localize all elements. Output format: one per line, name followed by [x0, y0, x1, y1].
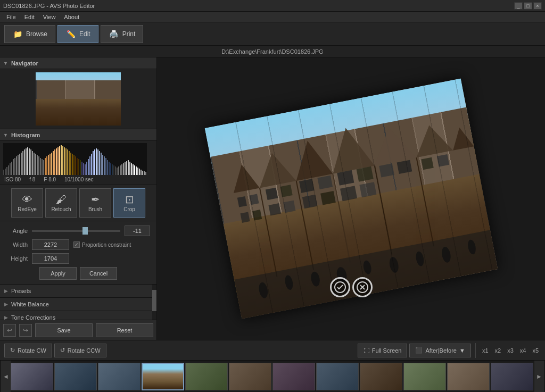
rotate-cw-button[interactable]: ↻ Rotate CW	[4, 344, 52, 357]
maximize-button[interactable]: □	[524, 2, 532, 10]
svg-rect-1	[5, 169, 6, 175]
minimize-button[interactable]: _	[514, 2, 523, 10]
white-balance-section: ▶ White Balance	[0, 298, 156, 311]
bottom-toolbar: ↻ Rotate CW ↺ Rotate CCW ⛶ Full Screen ⬛…	[0, 340, 545, 360]
presets-header[interactable]: ▶ Presets	[0, 285, 156, 297]
height-input[interactable]	[32, 253, 69, 264]
crop-icon: ⊡	[125, 194, 134, 205]
zoom-x3-btn[interactable]: x3	[505, 346, 516, 355]
svg-line-117	[260, 188, 277, 277]
film-thumb-9[interactable]	[360, 363, 402, 390]
print-button[interactable]: 🖨️ Print	[101, 25, 144, 43]
filmstrip-thumbs	[11, 362, 534, 391]
menu-view[interactable]: View	[39, 13, 60, 21]
zoom-separator	[475, 343, 476, 358]
svg-rect-51	[85, 164, 86, 175]
svg-rect-4	[10, 163, 11, 175]
svg-rect-86	[141, 170, 142, 175]
height-label: Height	[6, 255, 28, 262]
navigator-header[interactable]: ▼ Navigator	[0, 57, 156, 69]
apply-cancel-row: Apply Cancel	[6, 267, 150, 280]
film-thumb-3[interactable]	[98, 363, 141, 390]
menu-edit[interactable]: Edit	[20, 13, 39, 21]
proportion-constraint[interactable]: ✓ Proportion constraint	[73, 241, 131, 248]
rotate-ccw-button[interactable]: ↺ Rotate CCW	[54, 344, 106, 357]
apply-button[interactable]: Apply	[39, 267, 77, 280]
film-thumb-11[interactable]	[447, 363, 490, 390]
retouch-tool[interactable]: 🖌 Retouch	[45, 188, 77, 218]
fullscreen-icon: ⛶	[364, 347, 369, 354]
film-thumb-8[interactable]	[316, 363, 359, 390]
crop-tool[interactable]: ⊡ Crop	[113, 188, 145, 218]
proportion-checkbox[interactable]: ✓	[73, 241, 80, 248]
zoom-x2-btn[interactable]: x2	[493, 346, 503, 355]
navigator-thumbnail[interactable]	[36, 72, 121, 126]
browse-button[interactable]: 📁 Browse	[4, 25, 55, 43]
svg-rect-54	[89, 156, 90, 175]
fullscreen-button[interactable]: ⛶ Full Screen	[358, 344, 408, 357]
svg-rect-71	[117, 168, 118, 175]
film-thumb-10[interactable]	[403, 363, 446, 390]
scroll-thumb[interactable]	[152, 290, 156, 311]
edit-button[interactable]: ✏️ Edit	[57, 25, 98, 43]
confirm-cancel-button[interactable]	[352, 277, 373, 297]
svg-rect-25	[43, 160, 44, 175]
svg-rect-52	[86, 162, 87, 175]
zoom-x5-btn[interactable]: x5	[530, 346, 541, 355]
rotate-ccw-icon: ↺	[60, 347, 65, 354]
svg-rect-9	[18, 155, 19, 175]
width-input[interactable]	[32, 239, 69, 250]
svg-point-128	[388, 256, 399, 274]
svg-rect-108	[436, 154, 449, 166]
svg-rect-12	[22, 151, 23, 175]
brush-tool[interactable]: ✒ Brush	[79, 188, 111, 218]
aperture-value: f 8	[29, 177, 35, 182]
angle-slider[interactable]	[32, 230, 120, 232]
svg-rect-35	[59, 146, 60, 175]
svg-rect-72	[118, 166, 119, 175]
film-thumb-6[interactable]	[229, 363, 271, 390]
svg-rect-32	[54, 149, 55, 175]
svg-rect-85	[139, 169, 140, 175]
after-before-button[interactable]: ⬛ After|Before ▼	[409, 344, 470, 357]
svg-rect-47	[78, 159, 79, 175]
film-thumb-2[interactable]	[54, 363, 97, 390]
svg-rect-34	[57, 147, 59, 175]
svg-rect-81	[133, 164, 134, 175]
svg-rect-97	[237, 196, 246, 207]
svg-rect-14	[26, 148, 27, 175]
svg-rect-21	[37, 155, 38, 175]
svg-rect-19	[34, 153, 35, 175]
tone-corrections-header[interactable]: ▶ Tone Corrections	[0, 311, 156, 320]
film-thumb-7[interactable]	[272, 363, 315, 390]
presets-section: ▶ Presets	[0, 285, 156, 298]
svg-rect-62	[102, 155, 103, 175]
film-thumb-5[interactable]	[185, 363, 228, 390]
confirm-ok-button[interactable]	[330, 277, 350, 297]
film-thumb-12[interactable]	[491, 363, 533, 390]
zoom-x1-btn[interactable]: x1	[480, 346, 491, 355]
svg-rect-74	[121, 164, 122, 175]
histogram-header[interactable]: ▼ Histogram	[0, 129, 156, 141]
cancel-button[interactable]: Cancel	[80, 267, 117, 280]
film-thumb-4[interactable]	[142, 363, 184, 390]
redeye-tool[interactable]: 👁 RedEye	[11, 188, 43, 218]
save-button[interactable]: Save	[35, 323, 93, 337]
menu-about[interactable]: About	[60, 13, 84, 21]
filmstrip-prev[interactable]: ◄	[1, 361, 11, 393]
close-button[interactable]: ×	[533, 2, 542, 10]
shutter-value: 10/1000 sec	[64, 177, 94, 182]
filmstrip-next[interactable]: ►	[534, 361, 544, 393]
film-thumb-1[interactable]	[11, 363, 53, 390]
reset-button[interactable]: Reset	[96, 323, 153, 337]
undo-button[interactable]: ↩	[3, 324, 16, 337]
redo-button[interactable]: ↪	[19, 324, 32, 337]
canvas-area	[157, 57, 545, 340]
svg-point-129	[415, 251, 425, 266]
menu-file[interactable]: File	[2, 13, 20, 21]
white-balance-header[interactable]: ▶ White Balance	[0, 298, 156, 311]
menubar: File Edit View About	[0, 12, 545, 22]
zoom-x4-btn[interactable]: x4	[518, 346, 529, 355]
angle-input[interactable]	[125, 226, 150, 236]
svg-line-119	[333, 174, 350, 263]
